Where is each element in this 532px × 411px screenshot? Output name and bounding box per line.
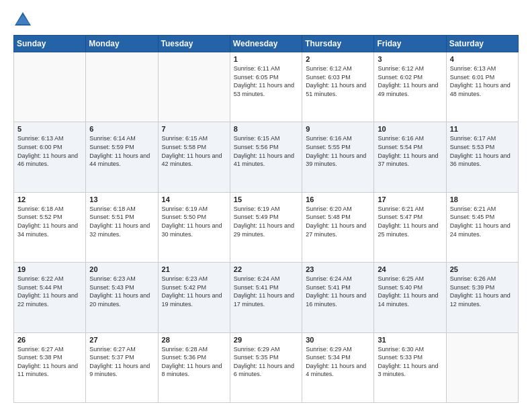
calendar-cell: 30Sunrise: 6:29 AM Sunset: 5:34 PM Dayli… (302, 332, 374, 402)
calendar-cell: 5Sunrise: 6:13 AM Sunset: 6:00 PM Daylig… (14, 122, 86, 192)
calendar-cell: 28Sunrise: 6:28 AM Sunset: 5:36 PM Dayli… (158, 332, 230, 402)
cell-info: Sunrise: 6:13 AM Sunset: 6:01 PM Dayligh… (450, 64, 515, 98)
cell-info: Sunrise: 6:24 AM Sunset: 5:41 PM Dayligh… (306, 275, 370, 308)
calendar-cell: 7Sunrise: 6:15 AM Sunset: 5:58 PM Daylig… (158, 122, 230, 192)
day-number: 29 (234, 336, 298, 344)
cell-info: Sunrise: 6:24 AM Sunset: 5:41 PM Dayligh… (234, 275, 298, 308)
cell-info: Sunrise: 6:12 AM Sunset: 6:02 PM Dayligh… (378, 64, 442, 98)
cell-info: Sunrise: 6:15 AM Sunset: 5:56 PM Dayligh… (234, 134, 298, 168)
day-header-tuesday: Tuesday (158, 36, 230, 52)
day-number: 5 (17, 125, 82, 133)
calendar-cell: 10Sunrise: 6:16 AM Sunset: 5:54 PM Dayli… (374, 122, 446, 192)
day-number: 1 (234, 55, 298, 63)
cell-info: Sunrise: 6:18 AM Sunset: 5:51 PM Dayligh… (89, 205, 154, 238)
calendar-cell: 23Sunrise: 6:24 AM Sunset: 5:41 PM Dayli… (302, 263, 374, 332)
calendar-cell: 3Sunrise: 6:12 AM Sunset: 6:02 PM Daylig… (374, 52, 446, 122)
cell-info: Sunrise: 6:22 AM Sunset: 5:44 PM Dayligh… (17, 275, 82, 308)
day-number: 12 (17, 195, 82, 203)
calendar-cell (86, 52, 158, 122)
day-number: 15 (234, 195, 298, 203)
day-number: 10 (378, 125, 442, 133)
calendar-cell: 9Sunrise: 6:16 AM Sunset: 5:55 PM Daylig… (302, 122, 374, 192)
day-number: 19 (17, 265, 82, 273)
cell-info: Sunrise: 6:12 AM Sunset: 6:03 PM Dayligh… (306, 64, 370, 98)
cell-info: Sunrise: 6:14 AM Sunset: 5:59 PM Dayligh… (89, 134, 154, 168)
cell-info: Sunrise: 6:21 AM Sunset: 5:47 PM Dayligh… (378, 205, 442, 238)
day-number: 25 (450, 265, 515, 273)
day-number: 20 (89, 265, 154, 273)
calendar-cell: 17Sunrise: 6:21 AM Sunset: 5:47 PM Dayli… (374, 192, 446, 262)
day-header-monday: Monday (86, 36, 158, 52)
calendar-cell: 25Sunrise: 6:26 AM Sunset: 5:39 PM Dayli… (446, 263, 518, 332)
day-header-sunday: Sunday (14, 36, 86, 52)
cell-info: Sunrise: 6:16 AM Sunset: 5:55 PM Dayligh… (306, 134, 370, 168)
day-number: 2 (306, 55, 370, 63)
day-number: 3 (378, 55, 442, 63)
calendar-cell: 14Sunrise: 6:19 AM Sunset: 5:50 PM Dayli… (158, 192, 230, 262)
cell-info: Sunrise: 6:29 AM Sunset: 5:34 PM Dayligh… (306, 345, 370, 379)
day-number: 18 (450, 195, 515, 203)
cell-info: Sunrise: 6:26 AM Sunset: 5:39 PM Dayligh… (450, 275, 515, 308)
calendar-cell: 4Sunrise: 6:13 AM Sunset: 6:01 PM Daylig… (446, 52, 518, 122)
day-header-thursday: Thursday (302, 36, 374, 52)
calendar-cell (446, 332, 518, 402)
page: SundayMondayTuesdayWednesdayThursdayFrid… (0, 0, 532, 411)
cell-info: Sunrise: 6:19 AM Sunset: 5:50 PM Dayligh… (162, 205, 226, 238)
day-number: 11 (450, 125, 515, 133)
logo (13, 11, 35, 30)
day-number: 6 (89, 125, 154, 133)
calendar-cell: 6Sunrise: 6:14 AM Sunset: 5:59 PM Daylig… (86, 122, 158, 192)
day-number: 31 (378, 336, 442, 344)
day-header-friday: Friday (374, 36, 446, 52)
cell-info: Sunrise: 6:30 AM Sunset: 5:33 PM Dayligh… (378, 345, 442, 379)
cell-info: Sunrise: 6:25 AM Sunset: 5:40 PM Dayligh… (378, 275, 442, 308)
day-number: 27 (89, 336, 154, 344)
calendar-week-5: 26Sunrise: 6:27 AM Sunset: 5:38 PM Dayli… (14, 332, 519, 402)
calendar-header-row: SundayMondayTuesdayWednesdayThursdayFrid… (14, 36, 519, 52)
day-number: 17 (378, 195, 442, 203)
calendar-week-3: 12Sunrise: 6:18 AM Sunset: 5:52 PM Dayli… (14, 192, 519, 262)
day-number: 21 (162, 265, 226, 273)
cell-info: Sunrise: 6:23 AM Sunset: 5:43 PM Dayligh… (89, 275, 154, 308)
day-number: 8 (234, 125, 298, 133)
header (13, 11, 519, 30)
day-header-wednesday: Wednesday (230, 36, 302, 52)
calendar-cell: 8Sunrise: 6:15 AM Sunset: 5:56 PM Daylig… (230, 122, 302, 192)
calendar-cell: 24Sunrise: 6:25 AM Sunset: 5:40 PM Dayli… (374, 263, 446, 332)
calendar-table: SundayMondayTuesdayWednesdayThursdayFrid… (13, 35, 519, 403)
day-number: 24 (378, 265, 442, 273)
day-number: 26 (17, 336, 82, 344)
cell-info: Sunrise: 6:27 AM Sunset: 5:38 PM Dayligh… (17, 345, 82, 379)
cell-info: Sunrise: 6:23 AM Sunset: 5:42 PM Dayligh… (162, 275, 226, 308)
calendar-cell: 15Sunrise: 6:19 AM Sunset: 5:49 PM Dayli… (230, 192, 302, 262)
cell-info: Sunrise: 6:18 AM Sunset: 5:52 PM Dayligh… (17, 205, 82, 238)
cell-info: Sunrise: 6:19 AM Sunset: 5:49 PM Dayligh… (234, 205, 298, 238)
calendar-week-1: 1Sunrise: 6:11 AM Sunset: 6:05 PM Daylig… (14, 52, 519, 122)
calendar-week-4: 19Sunrise: 6:22 AM Sunset: 5:44 PM Dayli… (14, 263, 519, 332)
calendar-cell: 26Sunrise: 6:27 AM Sunset: 5:38 PM Dayli… (14, 332, 86, 402)
calendar-cell: 11Sunrise: 6:17 AM Sunset: 5:53 PM Dayli… (446, 122, 518, 192)
day-number: 22 (234, 265, 298, 273)
calendar-cell: 29Sunrise: 6:29 AM Sunset: 5:35 PM Dayli… (230, 332, 302, 402)
day-number: 23 (306, 265, 370, 273)
cell-info: Sunrise: 6:21 AM Sunset: 5:45 PM Dayligh… (450, 205, 515, 238)
day-number: 14 (162, 195, 226, 203)
cell-info: Sunrise: 6:11 AM Sunset: 6:05 PM Dayligh… (234, 64, 298, 98)
day-number: 28 (162, 336, 226, 344)
calendar-cell: 27Sunrise: 6:27 AM Sunset: 5:37 PM Dayli… (86, 332, 158, 402)
svg-marker-1 (16, 15, 30, 24)
calendar-cell: 21Sunrise: 6:23 AM Sunset: 5:42 PM Dayli… (158, 263, 230, 332)
day-number: 13 (89, 195, 154, 203)
cell-info: Sunrise: 6:16 AM Sunset: 5:54 PM Dayligh… (378, 134, 442, 168)
day-number: 9 (306, 125, 370, 133)
cell-info: Sunrise: 6:29 AM Sunset: 5:35 PM Dayligh… (234, 345, 298, 379)
calendar-cell: 13Sunrise: 6:18 AM Sunset: 5:51 PM Dayli… (86, 192, 158, 262)
cell-info: Sunrise: 6:15 AM Sunset: 5:58 PM Dayligh… (162, 134, 226, 168)
calendar-cell: 12Sunrise: 6:18 AM Sunset: 5:52 PM Dayli… (14, 192, 86, 262)
cell-info: Sunrise: 6:17 AM Sunset: 5:53 PM Dayligh… (450, 134, 515, 168)
calendar-cell: 2Sunrise: 6:12 AM Sunset: 6:03 PM Daylig… (302, 52, 374, 122)
calendar-cell (14, 52, 86, 122)
cell-info: Sunrise: 6:28 AM Sunset: 5:36 PM Dayligh… (162, 345, 226, 379)
logo-icon (13, 11, 32, 30)
calendar-cell: 31Sunrise: 6:30 AM Sunset: 5:33 PM Dayli… (374, 332, 446, 402)
